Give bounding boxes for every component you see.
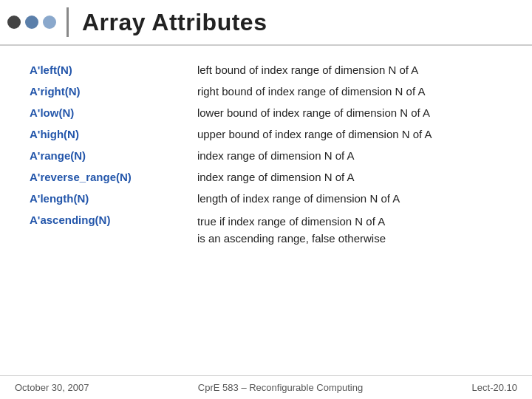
page-header: Array Attributes <box>0 0 532 46</box>
attr-description: upper bound of index range of dimension … <box>197 123 502 145</box>
attr-name: A'left(N) <box>30 59 197 81</box>
attr-description: index range of dimension N of A <box>197 166 502 188</box>
table-row: A'low(N)lower bound of index range of di… <box>30 102 502 123</box>
dots-decoration <box>7 16 56 29</box>
table-row: A'ascending(N)true if index range of dim… <box>30 209 502 251</box>
attributes-table: A'left(N)left bound of index range of di… <box>30 59 502 251</box>
attr-description: left bound of index range of dimension N… <box>197 59 502 81</box>
attr-description: true if index range of dimension N of Ai… <box>197 209 502 251</box>
footer-lecture: Lect-20.10 <box>472 382 517 393</box>
table-row: A'left(N)left bound of index range of di… <box>30 59 502 81</box>
dot-2 <box>25 16 38 29</box>
attr-name: A'length(N) <box>30 188 197 209</box>
dot-1 <box>7 16 21 29</box>
table-row: A'range(N)index range of dimension N of … <box>30 145 502 166</box>
attr-name: A'high(N) <box>30 123 197 145</box>
table-row: A'right(N)right bound of index range of … <box>30 81 502 102</box>
attr-description: lower bound of index range of dimension … <box>197 102 502 123</box>
attr-name: A'range(N) <box>30 145 197 166</box>
attr-description: length of index range of dimension N of … <box>197 188 502 209</box>
main-content: A'left(N)left bound of index range of di… <box>0 59 532 251</box>
table-row: A'length(N)length of index range of dime… <box>30 188 502 209</box>
footer-date: October 30, 2007 <box>15 382 89 393</box>
table-row: A'high(N)upper bound of index range of d… <box>30 123 502 145</box>
dot-3 <box>43 16 56 29</box>
attr-name: A'right(N) <box>30 81 197 102</box>
attr-description: right bound of index range of dimension … <box>197 81 502 102</box>
header-divider <box>66 7 69 37</box>
page-title: Array Attributes <box>82 9 267 36</box>
footer-course: CprE 583 – Reconfigurable Computing <box>198 382 363 393</box>
table-row: A'reverse_range(N)index range of dimensi… <box>30 166 502 188</box>
attr-name: A'ascending(N) <box>30 209 197 251</box>
attr-name: A'reverse_range(N) <box>30 166 197 188</box>
attr-description: index range of dimension N of A <box>197 145 502 166</box>
page-footer: October 30, 2007 CprE 583 – Reconfigurab… <box>0 375 532 399</box>
attr-name: A'low(N) <box>30 102 197 123</box>
